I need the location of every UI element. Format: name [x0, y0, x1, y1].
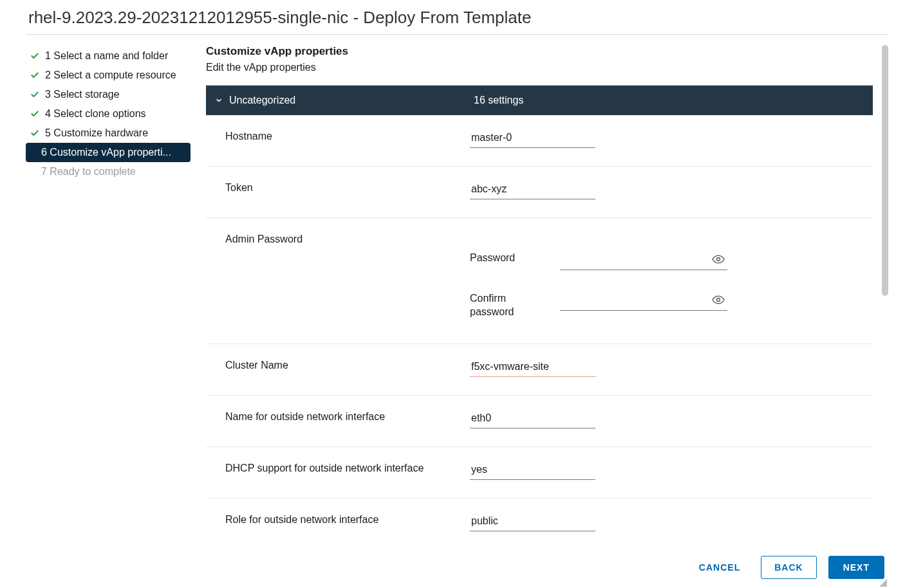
scrollbar[interactable]: [882, 45, 888, 296]
check-icon: [30, 70, 40, 80]
wizard-step-5[interactable]: 5 Customize hardware: [26, 124, 191, 143]
wizard-step-1[interactable]: 1 Select a name and folder: [26, 46, 191, 66]
setting-row-hostname: Hostname: [206, 115, 873, 167]
svg-point-1: [717, 299, 720, 302]
wizard-title: rhel-9.2023.29-20231212012955-single-nic…: [26, 0, 888, 34]
setting-label: Token: [225, 181, 470, 199]
section-subtitle: Edit the vApp properties: [206, 62, 873, 73]
check-icon: [30, 51, 40, 61]
password-label: Password: [470, 252, 534, 265]
section-title: Customize vApp properties: [206, 45, 873, 58]
outside-nic-name-input[interactable]: [470, 410, 595, 428]
category-header[interactable]: Uncategorized 16 settings: [206, 86, 873, 115]
resize-handle-icon[interactable]: [879, 579, 887, 587]
setting-label: Hostname: [225, 129, 470, 148]
wizard-step-7: 7 Ready to complete: [26, 162, 191, 181]
category-count: 16 settings: [474, 95, 523, 106]
confirm-password-input[interactable]: [560, 292, 727, 311]
hostname-input[interactable]: [470, 129, 595, 148]
wizard-step-label: 6 Customize vApp properti...: [41, 147, 171, 158]
eye-icon[interactable]: [712, 253, 725, 268]
setting-row-outside-nic-dhcp: DHCP support for outside network interfa…: [206, 447, 873, 499]
check-icon: [30, 89, 40, 100]
setting-row-outside-nic-name: Name for outside network interface: [206, 396, 873, 447]
setting-row-admin-password: Admin Password Password: [206, 218, 873, 344]
wizard-step-4[interactable]: 4 Select clone options: [26, 104, 191, 124]
outside-nic-dhcp-input[interactable]: [470, 461, 595, 480]
outside-nic-role-input[interactable]: [470, 513, 595, 531]
setting-label: Role for outside network interface: [225, 513, 470, 531]
wizard-step-label: 4 Select clone options: [45, 108, 146, 120]
chevron-down-icon: [215, 96, 223, 104]
setting-label: Admin Password: [225, 232, 470, 326]
setting-label: Name for outside network interface: [225, 410, 470, 428]
confirm-password-label: Confirm password: [470, 292, 534, 319]
eye-icon[interactable]: [712, 293, 725, 308]
cancel-button[interactable]: CANCEL: [690, 556, 749, 579]
check-icon: [30, 128, 40, 138]
category-label: Uncategorized: [229, 95, 474, 106]
wizard-footer: CANCEL BACK NEXT: [26, 543, 888, 583]
setting-row-outside-nic-role: Role for outside network interface: [206, 499, 873, 543]
wizard-step-label: 7 Ready to complete: [41, 166, 136, 178]
wizard-step-label: 2 Select a compute resource: [45, 69, 176, 81]
setting-row-token: Token: [206, 167, 873, 218]
svg-point-0: [717, 258, 720, 261]
setting-label: DHCP support for outside network interfa…: [225, 461, 470, 480]
password-input[interactable]: [560, 252, 727, 270]
wizard-step-6[interactable]: 6 Customize vApp properti...: [26, 143, 191, 162]
wizard-step-label: 5 Customize hardware: [45, 127, 148, 139]
back-button[interactable]: BACK: [761, 556, 816, 579]
cluster-name-input[interactable]: [470, 358, 595, 377]
wizard-step-3[interactable]: 3 Select storage: [26, 85, 191, 104]
wizard-steps-sidebar: 1 Select a name and folder 2 Select a co…: [26, 45, 191, 543]
wizard-step-label: 3 Select storage: [45, 89, 120, 100]
wizard-main-panel: Customize vApp properties Edit the vApp …: [206, 45, 888, 543]
next-button[interactable]: NEXT: [828, 556, 884, 579]
wizard-step-label: 1 Select a name and folder: [45, 50, 168, 62]
divider: [26, 34, 888, 35]
wizard-step-2[interactable]: 2 Select a compute resource: [26, 66, 191, 85]
setting-row-cluster-name: Cluster Name: [206, 344, 873, 396]
check-icon: [30, 109, 40, 119]
token-input[interactable]: [470, 181, 595, 199]
setting-label: Cluster Name: [225, 358, 470, 377]
